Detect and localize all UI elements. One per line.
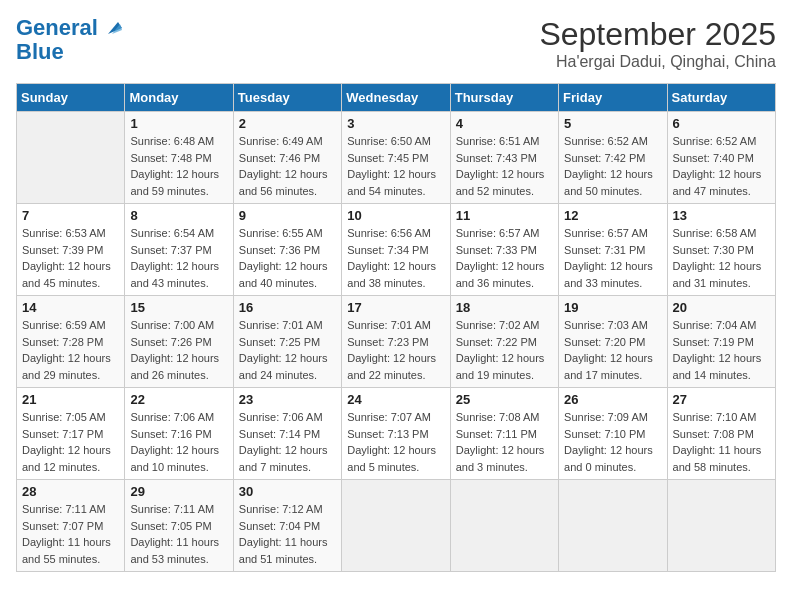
calendar-cell: 1Sunrise: 6:48 AM Sunset: 7:48 PM Daylig… [125, 112, 233, 204]
calendar-cell [667, 480, 775, 572]
day-number: 7 [22, 208, 119, 223]
day-info: Sunrise: 7:07 AM Sunset: 7:13 PM Dayligh… [347, 409, 444, 475]
calendar-table: SundayMondayTuesdayWednesdayThursdayFrid… [16, 83, 776, 572]
day-info: Sunrise: 6:54 AM Sunset: 7:37 PM Dayligh… [130, 225, 227, 291]
day-number: 26 [564, 392, 661, 407]
day-info: Sunrise: 7:04 AM Sunset: 7:19 PM Dayligh… [673, 317, 770, 383]
calendar-cell: 19Sunrise: 7:03 AM Sunset: 7:20 PM Dayli… [559, 296, 667, 388]
day-number: 14 [22, 300, 119, 315]
day-info: Sunrise: 6:58 AM Sunset: 7:30 PM Dayligh… [673, 225, 770, 291]
logo-text-blue: Blue [16, 40, 64, 64]
calendar-body: 1Sunrise: 6:48 AM Sunset: 7:48 PM Daylig… [17, 112, 776, 572]
day-number: 13 [673, 208, 770, 223]
calendar-week-row: 28Sunrise: 7:11 AM Sunset: 7:07 PM Dayli… [17, 480, 776, 572]
day-info: Sunrise: 7:12 AM Sunset: 7:04 PM Dayligh… [239, 501, 336, 567]
calendar-week-row: 7Sunrise: 6:53 AM Sunset: 7:39 PM Daylig… [17, 204, 776, 296]
day-info: Sunrise: 6:51 AM Sunset: 7:43 PM Dayligh… [456, 133, 553, 199]
day-number: 25 [456, 392, 553, 407]
calendar-cell [559, 480, 667, 572]
calendar-header-cell: Friday [559, 84, 667, 112]
day-info: Sunrise: 7:05 AM Sunset: 7:17 PM Dayligh… [22, 409, 119, 475]
day-info: Sunrise: 7:06 AM Sunset: 7:16 PM Dayligh… [130, 409, 227, 475]
day-number: 18 [456, 300, 553, 315]
page-header: General Blue September 2025 Ha'ergai Dad… [16, 16, 776, 71]
day-number: 21 [22, 392, 119, 407]
day-number: 19 [564, 300, 661, 315]
calendar-cell: 24Sunrise: 7:07 AM Sunset: 7:13 PM Dayli… [342, 388, 450, 480]
calendar-header-cell: Sunday [17, 84, 125, 112]
day-info: Sunrise: 6:57 AM Sunset: 7:33 PM Dayligh… [456, 225, 553, 291]
day-number: 8 [130, 208, 227, 223]
day-number: 22 [130, 392, 227, 407]
day-info: Sunrise: 6:56 AM Sunset: 7:34 PM Dayligh… [347, 225, 444, 291]
calendar-cell: 16Sunrise: 7:01 AM Sunset: 7:25 PM Dayli… [233, 296, 341, 388]
calendar-week-row: 21Sunrise: 7:05 AM Sunset: 7:17 PM Dayli… [17, 388, 776, 480]
day-info: Sunrise: 7:06 AM Sunset: 7:14 PM Dayligh… [239, 409, 336, 475]
day-number: 12 [564, 208, 661, 223]
calendar-cell [17, 112, 125, 204]
day-info: Sunrise: 6:49 AM Sunset: 7:46 PM Dayligh… [239, 133, 336, 199]
calendar-cell: 2Sunrise: 6:49 AM Sunset: 7:46 PM Daylig… [233, 112, 341, 204]
calendar-week-row: 14Sunrise: 6:59 AM Sunset: 7:28 PM Dayli… [17, 296, 776, 388]
calendar-cell: 8Sunrise: 6:54 AM Sunset: 7:37 PM Daylig… [125, 204, 233, 296]
calendar-cell: 27Sunrise: 7:10 AM Sunset: 7:08 PM Dayli… [667, 388, 775, 480]
logo: General Blue [16, 16, 122, 64]
calendar-cell: 22Sunrise: 7:06 AM Sunset: 7:16 PM Dayli… [125, 388, 233, 480]
calendar-cell: 3Sunrise: 6:50 AM Sunset: 7:45 PM Daylig… [342, 112, 450, 204]
day-info: Sunrise: 7:09 AM Sunset: 7:10 PM Dayligh… [564, 409, 661, 475]
day-number: 5 [564, 116, 661, 131]
day-info: Sunrise: 6:48 AM Sunset: 7:48 PM Dayligh… [130, 133, 227, 199]
day-number: 27 [673, 392, 770, 407]
logo-text-general: General [16, 16, 98, 40]
day-info: Sunrise: 7:02 AM Sunset: 7:22 PM Dayligh… [456, 317, 553, 383]
location-subtitle: Ha'ergai Dadui, Qinghai, China [539, 53, 776, 71]
day-number: 30 [239, 484, 336, 499]
day-number: 10 [347, 208, 444, 223]
calendar-cell: 18Sunrise: 7:02 AM Sunset: 7:22 PM Dayli… [450, 296, 558, 388]
day-number: 4 [456, 116, 553, 131]
calendar-week-row: 1Sunrise: 6:48 AM Sunset: 7:48 PM Daylig… [17, 112, 776, 204]
day-info: Sunrise: 7:01 AM Sunset: 7:23 PM Dayligh… [347, 317, 444, 383]
day-number: 17 [347, 300, 444, 315]
calendar-cell: 5Sunrise: 6:52 AM Sunset: 7:42 PM Daylig… [559, 112, 667, 204]
day-number: 28 [22, 484, 119, 499]
calendar-header-cell: Tuesday [233, 84, 341, 112]
day-number: 3 [347, 116, 444, 131]
calendar-cell: 4Sunrise: 6:51 AM Sunset: 7:43 PM Daylig… [450, 112, 558, 204]
day-number: 16 [239, 300, 336, 315]
calendar-cell: 12Sunrise: 6:57 AM Sunset: 7:31 PM Dayli… [559, 204, 667, 296]
calendar-cell: 9Sunrise: 6:55 AM Sunset: 7:36 PM Daylig… [233, 204, 341, 296]
calendar-header: SundayMondayTuesdayWednesdayThursdayFrid… [17, 84, 776, 112]
calendar-cell: 21Sunrise: 7:05 AM Sunset: 7:17 PM Dayli… [17, 388, 125, 480]
day-number: 29 [130, 484, 227, 499]
day-number: 9 [239, 208, 336, 223]
day-info: Sunrise: 6:57 AM Sunset: 7:31 PM Dayligh… [564, 225, 661, 291]
calendar-header-cell: Monday [125, 84, 233, 112]
day-info: Sunrise: 6:52 AM Sunset: 7:40 PM Dayligh… [673, 133, 770, 199]
day-number: 6 [673, 116, 770, 131]
day-info: Sunrise: 7:10 AM Sunset: 7:08 PM Dayligh… [673, 409, 770, 475]
calendar-cell: 26Sunrise: 7:09 AM Sunset: 7:10 PM Dayli… [559, 388, 667, 480]
calendar-cell: 25Sunrise: 7:08 AM Sunset: 7:11 PM Dayli… [450, 388, 558, 480]
calendar-cell: 23Sunrise: 7:06 AM Sunset: 7:14 PM Dayli… [233, 388, 341, 480]
calendar-header-cell: Saturday [667, 84, 775, 112]
day-number: 15 [130, 300, 227, 315]
day-number: 23 [239, 392, 336, 407]
calendar-cell: 14Sunrise: 6:59 AM Sunset: 7:28 PM Dayli… [17, 296, 125, 388]
calendar-header-cell: Wednesday [342, 84, 450, 112]
calendar-cell: 17Sunrise: 7:01 AM Sunset: 7:23 PM Dayli… [342, 296, 450, 388]
calendar-cell: 11Sunrise: 6:57 AM Sunset: 7:33 PM Dayli… [450, 204, 558, 296]
day-number: 1 [130, 116, 227, 131]
day-info: Sunrise: 7:11 AM Sunset: 7:07 PM Dayligh… [22, 501, 119, 567]
calendar-cell: 30Sunrise: 7:12 AM Sunset: 7:04 PM Dayli… [233, 480, 341, 572]
day-info: Sunrise: 7:11 AM Sunset: 7:05 PM Dayligh… [130, 501, 227, 567]
day-number: 24 [347, 392, 444, 407]
calendar-cell [450, 480, 558, 572]
day-info: Sunrise: 6:52 AM Sunset: 7:42 PM Dayligh… [564, 133, 661, 199]
calendar-cell: 13Sunrise: 6:58 AM Sunset: 7:30 PM Dayli… [667, 204, 775, 296]
calendar-cell: 20Sunrise: 7:04 AM Sunset: 7:19 PM Dayli… [667, 296, 775, 388]
day-info: Sunrise: 7:01 AM Sunset: 7:25 PM Dayligh… [239, 317, 336, 383]
calendar-cell: 6Sunrise: 6:52 AM Sunset: 7:40 PM Daylig… [667, 112, 775, 204]
day-number: 20 [673, 300, 770, 315]
day-info: Sunrise: 6:55 AM Sunset: 7:36 PM Dayligh… [239, 225, 336, 291]
